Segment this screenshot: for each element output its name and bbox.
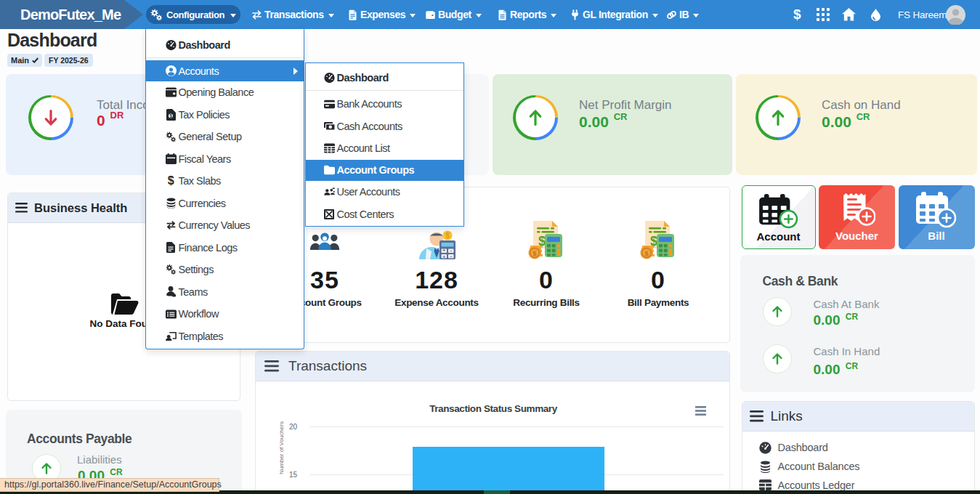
svg-text:$: $ (644, 249, 649, 257)
svg-text:$: $ (445, 232, 450, 240)
svg-text:-: - (450, 247, 452, 254)
svg-text:$: $ (532, 249, 537, 257)
svg-text:+: + (442, 248, 445, 253)
